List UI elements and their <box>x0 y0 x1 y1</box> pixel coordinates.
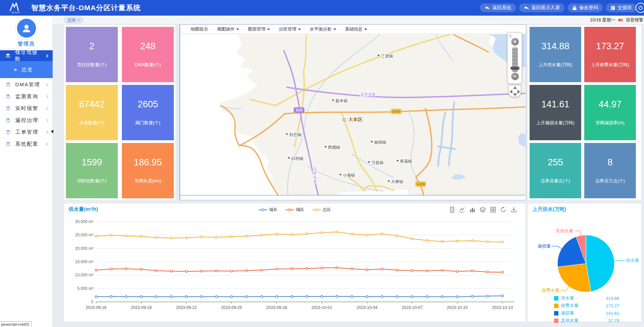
sidebar-item-dma[interactable]: DMA管理 <box>0 79 53 90</box>
map-tool-layers[interactable]: 图层管理 <box>248 26 270 32</box>
drag-dots-icon[interactable] <box>509 34 512 38</box>
y-axis-label: 15,000 m³ <box>75 259 93 264</box>
town-label: 西团镇 <box>328 145 340 150</box>
pie-legend-item-供水量[interactable]: 供水量314.88 <box>554 294 619 302</box>
map-tool-basic-info[interactable]: 基础信息 <box>345 26 367 32</box>
data-point <box>231 270 233 272</box>
map-tool-water-balance[interactable]: 水平衡分析 <box>310 26 336 32</box>
stat-card-pipe-length: 186.95管网长度(km) <box>122 143 174 198</box>
sidebar-item-monitoring[interactable]: 监测查询 <box>0 91 53 102</box>
data-point <box>486 295 489 297</box>
chevron-right-icon <box>45 142 49 146</box>
toolbox-restore-icon[interactable] <box>500 207 507 213</box>
data-point <box>110 268 112 270</box>
shift-handover-button[interactable]: 交接班 <box>606 3 637 12</box>
voice-alert-label[interactable]: 语音报警 <box>626 17 643 23</box>
map-tool-view-ops[interactable]: 视图操作 <box>217 26 239 32</box>
pie-legend-item-其他水量[interactable]: 其他水量37.79 <box>554 317 619 324</box>
legend-label: 供水量 <box>561 295 574 301</box>
change-password-button[interactable]: 修改密码 <box>568 3 603 12</box>
pie-legend-item-漏损量[interactable]: 漏损量141.61 <box>554 309 619 317</box>
map-canvas[interactable]: 盐洛高速沈海高速三龙镇新丰镇刘庄镇西团镇南阳镇白驹镇小海镇万盈镇草庙镇大桥镇大丰… <box>180 34 526 196</box>
pie-chart-title: 上月供水(万吨) <box>532 206 566 213</box>
data-point <box>276 295 278 297</box>
data-point <box>471 240 473 242</box>
data-point <box>501 295 503 297</box>
data-point <box>441 269 443 271</box>
pan-down-icon[interactable] <box>513 93 517 96</box>
town-label: 白驹镇 <box>291 156 303 161</box>
legend-item-城区[interactable]: 城区 <box>286 207 304 213</box>
road-badge-label: G228 <box>417 182 425 186</box>
zoom-slider-handle[interactable] <box>511 67 519 70</box>
legend-marker-icon <box>259 208 268 212</box>
back-to-bigscreen-button[interactable]: 返回展示大屏 <box>519 3 565 12</box>
app-logo-icon: MIAOMIAO <box>8 2 27 14</box>
legend-item-城乡[interactable]: 城乡 <box>259 207 277 213</box>
stat-card-supply: 314.88上月供水量(万吨) <box>530 27 581 82</box>
sidebar-item-work-orders[interactable]: 工单管理 <box>0 127 53 138</box>
pan-up-icon[interactable] <box>513 86 517 89</box>
zoom-out-button[interactable]: − <box>511 73 519 80</box>
sidebar-menu: 领导驾驶舱 总览 DMA管理 监测查询 实时报警 漏控治理 <box>0 50 53 150</box>
y-axis-label: 5,000 m³ <box>77 286 93 291</box>
sidebar-collapse-icon[interactable] <box>51 130 53 133</box>
town-label: 小海镇 <box>343 173 355 178</box>
data-point <box>245 296 247 298</box>
toolbox-tiled-icon[interactable] <box>490 207 496 213</box>
data-point <box>245 270 247 272</box>
map-tool-zoning[interactable]: 分区管理 <box>279 26 301 32</box>
legend-label: 其他水量 <box>561 317 578 324</box>
data-point <box>471 295 473 297</box>
data-point <box>140 296 142 298</box>
pan-right-icon[interactable] <box>517 90 520 94</box>
toolbox-line-chart-icon[interactable] <box>459 207 465 213</box>
data-point <box>456 240 458 242</box>
sidebar-item-leak-control[interactable]: 漏控治理 <box>0 115 53 126</box>
data-point <box>261 234 263 236</box>
data-point <box>366 295 368 297</box>
town-label: 新丰镇 <box>335 98 348 103</box>
sidebar-item-cockpit[interactable]: 领导驾驶舱 <box>0 50 53 61</box>
sidebar-subitem-overview[interactable]: 总览 <box>0 61 53 78</box>
zoom-in-button[interactable]: + <box>511 38 519 46</box>
legend-swatch <box>554 296 558 301</box>
tab-overview[interactable]: 总览 × <box>64 17 84 23</box>
y-axis-label: 25,000 m³ <box>75 233 93 237</box>
legend-item-总区[interactable]: 总区 <box>312 207 331 213</box>
back-to-system-button[interactable]: 返回系统 <box>480 3 516 12</box>
data-point <box>155 236 157 238</box>
pan-left-icon[interactable] <box>510 90 512 94</box>
data-point <box>336 267 338 269</box>
map-tool-tips[interactable]: 地图提示 <box>190 26 208 32</box>
svg-text:MIAOMIAO: MIAOMIAO <box>12 12 20 14</box>
toolbox-stack-icon[interactable] <box>480 207 486 213</box>
toolbox-bar-chart-icon[interactable] <box>470 207 475 213</box>
data-point <box>245 235 247 237</box>
pie-legend-item-收费水量[interactable]: 收费水量173.27 <box>554 302 619 309</box>
data-point <box>216 296 218 298</box>
pie-slice-收费水量[interactable] <box>558 264 591 292</box>
stat-card-leak-rate: 44.97管网漏损率(%) <box>584 85 636 140</box>
voice-alert-speaker-icon <box>618 18 623 22</box>
stat-card-leakage: 141.61上月漏损水量(万吨) <box>530 85 581 140</box>
pie-slice-供水量[interactable] <box>586 235 614 292</box>
data-point <box>336 231 338 233</box>
highway-label: 盐洛高速 <box>361 92 375 96</box>
x-axis-label: 2023-09-25 <box>221 305 242 310</box>
legend-value: 141.61 <box>606 311 619 316</box>
toolbox-download-icon[interactable] <box>511 207 517 213</box>
data-point <box>411 270 413 272</box>
town-label: 刘庄镇 <box>289 132 301 137</box>
tab-close-icon[interactable]: × <box>77 18 80 22</box>
sidebar-item-system-config[interactable]: 系统配置 <box>0 139 53 149</box>
toolbox-data-view-icon[interactable] <box>449 207 455 213</box>
data-point <box>261 269 263 271</box>
data-point <box>125 235 127 237</box>
logout-power-button[interactable] <box>636 3 644 13</box>
data-point <box>396 235 398 237</box>
pie-callout-label: 收费水量 <box>542 288 559 293</box>
sidebar-item-realtime-alarm[interactable]: 实时报警 <box>0 103 53 114</box>
data-point <box>441 296 443 298</box>
avatar <box>16 17 37 39</box>
